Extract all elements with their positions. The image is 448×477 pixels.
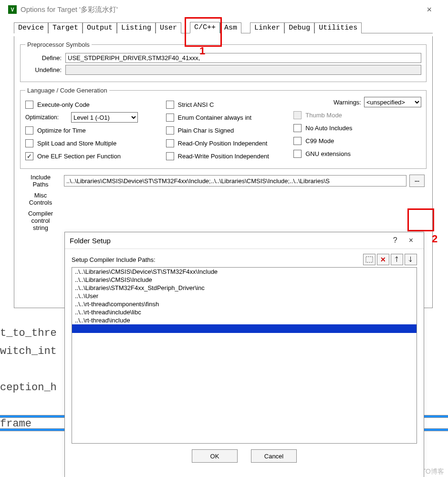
folder-setup-dialog: Folder Setup ? × Setup Compiler Include … bbox=[64, 232, 424, 477]
misc-controls-label: Misc Controls bbox=[20, 192, 61, 206]
split-checkbox[interactable] bbox=[25, 139, 33, 147]
undefine-input[interactable] bbox=[65, 65, 421, 75]
list-item[interactable]: ..\..\rt-thread\components\finsh bbox=[72, 300, 417, 308]
noauto-label: No Auto Includes bbox=[305, 124, 352, 132]
optimization-label: Optimization: bbox=[25, 114, 71, 121]
titlebar: V Options for Target '多彩流水灯' × bbox=[5, 2, 441, 17]
split-label: Split Load and Store Multiple bbox=[37, 140, 116, 147]
list-item[interactable]: ..\..\User bbox=[72, 292, 417, 300]
app-icon: V bbox=[8, 5, 17, 14]
define-label: Define: bbox=[25, 54, 65, 62]
folder-setup-titlebar: Folder Setup ? × bbox=[65, 232, 424, 249]
strict-checkbox[interactable] bbox=[166, 101, 174, 109]
list-item[interactable]: ..\..\Libraries\CMSIS\Include bbox=[72, 276, 417, 284]
folder-setup-header: Setup Compiler Include Paths: bbox=[72, 256, 362, 263]
ro-checkbox[interactable] bbox=[166, 139, 174, 147]
optimization-select[interactable]: Level 1 (-O1) bbox=[71, 112, 138, 123]
noauto-checkbox[interactable] bbox=[293, 124, 302, 132]
include-paths-input[interactable] bbox=[64, 175, 406, 187]
include-paths-browse-button[interactable]: ... bbox=[409, 175, 425, 187]
tab-output[interactable]: Output bbox=[83, 22, 117, 33]
plain-checkbox[interactable] bbox=[166, 126, 174, 135]
strict-label: Strict ANSI C bbox=[178, 101, 214, 108]
include-paths-list[interactable]: ..\..\Libraries\CMSIS\Device\ST\STM32F4x… bbox=[72, 267, 417, 444]
enum-label: Enum Container always int bbox=[178, 114, 252, 121]
tab-linker[interactable]: Linker bbox=[250, 22, 284, 33]
define-input[interactable] bbox=[65, 53, 421, 63]
c99-checkbox[interactable] bbox=[293, 137, 302, 145]
close-icon[interactable]: × bbox=[420, 4, 438, 16]
preprocessor-legend: Preprocessor Symbols bbox=[25, 41, 92, 48]
gnu-checkbox[interactable] bbox=[293, 150, 302, 158]
rw-checkbox[interactable] bbox=[166, 152, 174, 160]
help-button[interactable]: ? bbox=[387, 234, 403, 247]
rw-label: Read-Write Position Independent bbox=[178, 153, 269, 160]
opt-time-checkbox[interactable] bbox=[25, 126, 33, 135]
ok-button[interactable]: OK bbox=[192, 449, 238, 463]
move-down-icon[interactable]: 🡓 bbox=[405, 254, 417, 265]
tabbar: Device Target Output Listing User C/C++ … bbox=[14, 21, 433, 33]
svg-rect-0 bbox=[366, 257, 373, 262]
thumb-checkbox bbox=[293, 111, 302, 119]
list-item[interactable]: ..\..\Libraries\STM32F4xx_StdPeriph_Driv… bbox=[72, 284, 417, 292]
new-item-icon[interactable] bbox=[363, 254, 375, 265]
folder-setup-title: Folder Setup bbox=[70, 237, 111, 245]
warnings-label: Warnings: bbox=[333, 99, 361, 106]
c99-label: C99 Mode bbox=[305, 137, 334, 145]
enum-checkbox[interactable] bbox=[166, 114, 174, 122]
list-item[interactable]: ..\..\rt-thread\include\libc bbox=[72, 308, 417, 316]
cancel-button[interactable]: Cancel bbox=[251, 449, 297, 463]
tab-device[interactable]: Device bbox=[14, 22, 48, 33]
editor-background-text: t_to_thre witch_int ception_h frame t fi… bbox=[0, 324, 63, 477]
tab-target[interactable]: Target bbox=[48, 22, 83, 33]
list-item[interactable]: ..\..\Libraries\CMSIS\Device\ST\STM32F4x… bbox=[72, 268, 417, 276]
tab-listing[interactable]: Listing bbox=[117, 22, 156, 33]
language-group: Language / Code Generation Execute-only … bbox=[20, 87, 427, 169]
one-elf-checkbox[interactable] bbox=[25, 152, 33, 160]
tab-c-cpp[interactable]: C/C++ bbox=[190, 22, 220, 33]
preprocessor-group: Preprocessor Symbols Define: Undefine: bbox=[20, 41, 427, 82]
tab-user[interactable]: User bbox=[156, 22, 181, 33]
exec-only-checkbox[interactable] bbox=[25, 101, 33, 109]
list-selection[interactable] bbox=[72, 324, 417, 333]
language-legend: Language / Code Generation bbox=[25, 87, 109, 94]
undefine-label: Undefine: bbox=[25, 66, 65, 73]
warnings-select[interactable]: <unspecified> bbox=[364, 97, 421, 107]
tab-asm[interactable]: Asm bbox=[220, 22, 241, 33]
plain-label: Plain Char is Signed bbox=[178, 127, 234, 134]
exec-only-label: Execute-only Code bbox=[37, 101, 90, 108]
gnu-label: GNU extensions bbox=[305, 150, 351, 157]
thumb-label: Thumb Mode bbox=[305, 112, 342, 119]
opt-time-label: Optimize for Time bbox=[37, 127, 86, 134]
ro-label: Read-Only Position Independent bbox=[178, 140, 268, 147]
compiler-control-string-label: Compiler control string bbox=[20, 210, 61, 231]
delete-item-icon[interactable]: ✕ bbox=[377, 254, 389, 265]
tab-debug[interactable]: Debug bbox=[284, 22, 314, 33]
include-paths-label: Include Paths bbox=[20, 174, 61, 188]
close-icon[interactable]: × bbox=[403, 234, 419, 247]
move-up-icon[interactable]: 🡑 bbox=[391, 254, 403, 265]
tab-utilities[interactable]: Utilities bbox=[314, 22, 362, 33]
list-item[interactable]: ..\..\rt-thread\include bbox=[72, 316, 417, 324]
window-title: Options for Target '多彩流水灯' bbox=[21, 5, 118, 14]
one-elf-label: One ELF Section per Function bbox=[37, 153, 121, 160]
